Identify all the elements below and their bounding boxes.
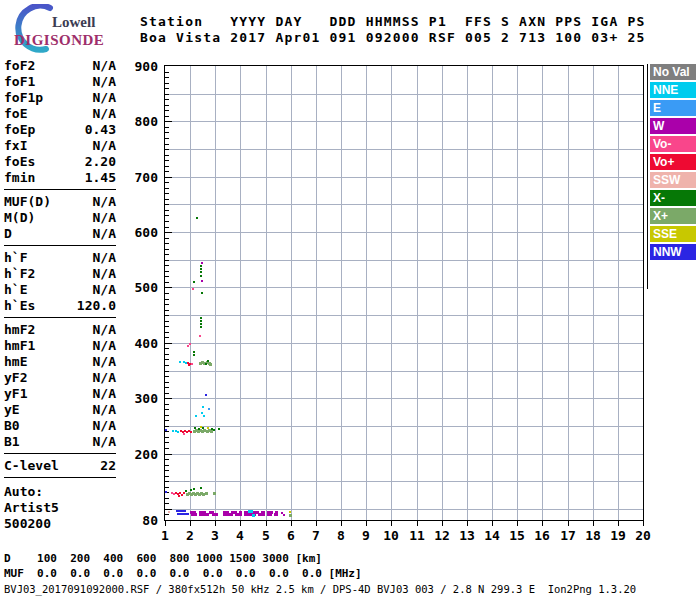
echo-point xyxy=(190,431,192,433)
y-axis-tick xyxy=(165,243,169,244)
x-axis-tick xyxy=(492,521,493,526)
echo-point xyxy=(194,427,196,429)
param-row: h`FN/A xyxy=(4,250,116,266)
echo-point xyxy=(213,492,216,495)
echo-point xyxy=(202,406,204,408)
x-axis-label: 14 xyxy=(480,529,504,542)
y-axis-label: 500 xyxy=(128,281,158,294)
echo-point xyxy=(192,288,194,290)
param-value: N/A xyxy=(93,370,116,386)
param-row: yF1N/A xyxy=(4,386,116,402)
muf-row: MUF 0.0 0.0 0.0 0.0 0.0 0.0 0.0 0.0 0.0 … xyxy=(4,566,362,581)
grid-line-v xyxy=(341,66,342,520)
y-axis-tick xyxy=(165,376,169,377)
legend-item-nnw: NNW xyxy=(650,244,696,260)
param-label: h`Es xyxy=(4,298,35,314)
autoscaling-line: Auto: xyxy=(4,484,116,500)
grid-line-v xyxy=(618,66,619,520)
grid-line-v xyxy=(291,66,292,520)
param-value: 0.43 xyxy=(85,122,116,138)
x-axis-label: 17 xyxy=(556,529,580,542)
y-axis-tick xyxy=(165,315,169,316)
echo-point xyxy=(200,275,202,277)
muf-distance-table: D 100 200 400 600 800 1000 1500 3000 [km… xyxy=(4,551,362,581)
param-row: MUF(D)N/A xyxy=(4,194,116,210)
y-axis-tick xyxy=(165,204,169,205)
grid-line-v xyxy=(517,66,518,520)
param-value: N/A xyxy=(93,354,116,370)
x-axis-tick xyxy=(266,521,267,526)
echo-dash xyxy=(267,513,272,516)
echo-dash xyxy=(248,510,253,513)
x-axis-tick xyxy=(442,521,443,526)
y-axis-label: 800 xyxy=(128,115,158,128)
y-axis-tick xyxy=(165,310,169,311)
y-axis-label: 600 xyxy=(128,226,158,239)
param-row: hmF2N/A xyxy=(4,322,116,338)
x-axis-tick xyxy=(165,521,166,526)
echo-point xyxy=(200,426,202,428)
echo-point xyxy=(185,490,187,492)
echo-point xyxy=(190,489,192,491)
y-axis-tick xyxy=(165,265,169,266)
echo-point xyxy=(200,487,202,489)
y-axis-tick xyxy=(165,260,169,261)
y-axis-tick xyxy=(165,249,169,250)
legend-item-e: E xyxy=(650,100,696,116)
grid-line-h xyxy=(165,94,643,95)
x-axis-tick xyxy=(417,521,418,526)
status-bar: BVJ03_2017091092000.RSF / 380fx512h 50 k… xyxy=(4,583,636,595)
y-axis-label: 80 xyxy=(128,514,158,527)
x-axis-tick xyxy=(291,521,292,526)
echo-dash xyxy=(235,513,242,516)
y-axis-tick xyxy=(165,299,169,300)
x-axis-tick xyxy=(593,521,594,526)
x-axis-tick xyxy=(618,521,619,526)
echo-point xyxy=(205,363,207,365)
grid-line-v xyxy=(542,66,543,520)
param-value: N/A xyxy=(93,266,116,282)
grid-line-h xyxy=(165,454,643,455)
x-axis-label: 5 xyxy=(254,529,278,542)
grid-line-h xyxy=(165,509,643,510)
grid-line-v xyxy=(568,66,569,520)
param-value: N/A xyxy=(93,338,116,354)
param-label: h`F xyxy=(4,250,27,266)
distance-row: D 100 200 400 600 800 1000 1500 3000 [km… xyxy=(4,551,362,566)
param-row: B0N/A xyxy=(4,418,116,434)
echo-point xyxy=(187,345,189,347)
y-axis-tick xyxy=(165,144,169,145)
param-row: DN/A xyxy=(4,226,116,242)
echo-point xyxy=(207,360,209,362)
x-axis-tick xyxy=(316,521,317,526)
param-row: fxIN/A xyxy=(4,138,116,154)
param-label: hmF1 xyxy=(4,338,35,354)
legend-item-ssw: SSW xyxy=(650,172,696,188)
param-divider xyxy=(4,477,116,478)
x-axis-label: 3 xyxy=(203,529,227,542)
param-value: N/A xyxy=(93,194,116,210)
param-value: N/A xyxy=(93,90,116,106)
echo-point xyxy=(203,415,205,417)
y-axis-tick xyxy=(165,276,169,277)
y-axis-tick xyxy=(165,155,169,156)
param-value: N/A xyxy=(93,210,116,226)
param-row: foEN/A xyxy=(4,106,116,122)
echo-dash xyxy=(258,513,265,516)
scaled-parameters-panel: foF2N/AfoF1N/AfoF1pN/AfoEN/AfoEp0.43fxIN… xyxy=(4,58,116,532)
param-value: 22 xyxy=(100,458,116,474)
echo-point xyxy=(191,363,193,365)
param-row: yF2N/A xyxy=(4,370,116,386)
ionogram-plot-area xyxy=(165,66,643,520)
autoscaling-line: 500200 xyxy=(4,516,116,532)
param-label: foF1 xyxy=(4,74,35,90)
legend-divider-line xyxy=(647,64,648,289)
echo-point xyxy=(208,408,210,410)
param-value: N/A xyxy=(93,226,116,242)
grid-line-h xyxy=(165,287,643,288)
grid-line-h xyxy=(165,481,643,482)
param-label: hmE xyxy=(4,354,27,370)
echo-point xyxy=(201,292,203,294)
echo-point xyxy=(178,495,180,497)
y-axis-tick xyxy=(165,110,169,111)
